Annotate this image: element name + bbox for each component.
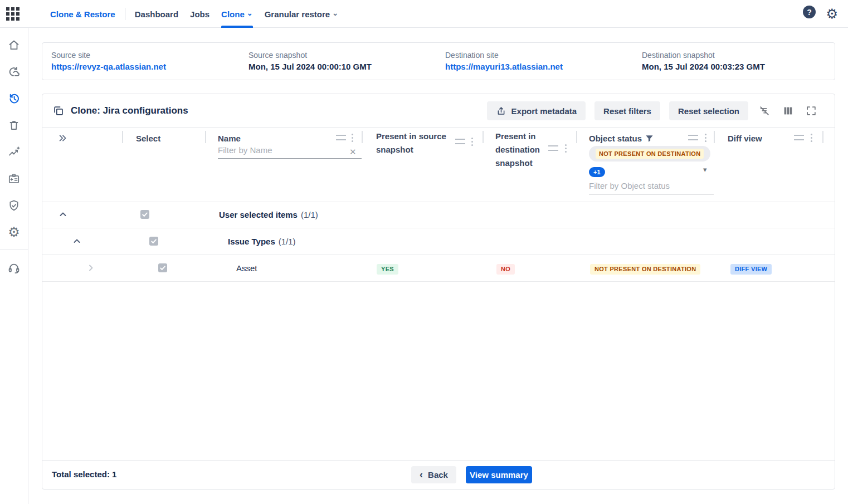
check-icon bbox=[142, 211, 148, 218]
export-icon bbox=[496, 106, 506, 116]
columns-view-icon[interactable] bbox=[781, 104, 795, 118]
app-switcher-icon[interactable] bbox=[6, 7, 20, 21]
copy-icon bbox=[52, 105, 65, 117]
clone-restore-icon[interactable] bbox=[7, 65, 21, 79]
reset-filters-button[interactable]: Reset filters bbox=[594, 101, 660, 120]
fullscreen-icon[interactable] bbox=[804, 104, 818, 118]
object-status-filter-input[interactable] bbox=[589, 179, 714, 194]
sidebar-divider bbox=[0, 249, 28, 249]
clear-filter-icon[interactable]: ✕ bbox=[349, 147, 357, 157]
chevron-left-icon: ‹ bbox=[420, 469, 423, 479]
check-icon bbox=[150, 238, 157, 244]
row-checkbox[interactable] bbox=[149, 237, 158, 246]
destination-snapshot-label: Destination snapshot bbox=[642, 51, 715, 60]
panel-actions: Export metadata Reset filters Reset sele… bbox=[487, 101, 818, 120]
column-present-source: Present in source snapshot bbox=[376, 130, 451, 156]
source-site-label: Source site bbox=[51, 51, 90, 60]
source-snapshot-label: Source snapshot bbox=[248, 51, 307, 60]
panel-header: Clone: Jira configurations Export metada… bbox=[42, 94, 835, 128]
main-nav: Clone & Restore Dashboard Jobs Clone ⌄ G… bbox=[50, 0, 350, 28]
app-screen: ⚙ Clone & Restore Dashboard Jobs Clone ⌄ bbox=[0, 0, 848, 504]
column-present-destination: Present in destination snapshot bbox=[495, 130, 545, 170]
collapse-chevron-icon[interactable] bbox=[58, 209, 68, 219]
view-summary-button[interactable]: View summary bbox=[466, 466, 532, 483]
collapse-chevron-icon[interactable] bbox=[72, 236, 82, 246]
chevron-down-icon: ⌄ bbox=[247, 9, 253, 17]
top-navigation-bar: Clone & Restore Dashboard Jobs Clone ⌄ G… bbox=[0, 0, 848, 28]
column-menu-icon[interactable] bbox=[471, 141, 473, 143]
diff-view-link[interactable]: DIFF VIEW bbox=[730, 264, 772, 275]
column-menu-icon[interactable] bbox=[352, 137, 353, 139]
column-menu-icon[interactable] bbox=[811, 137, 812, 139]
history-icon[interactable] bbox=[7, 91, 21, 106]
filter-off-icon[interactable] bbox=[757, 104, 772, 118]
column-resize-handle[interactable] bbox=[548, 145, 558, 151]
dropdown-caret-icon[interactable]: ▾ bbox=[703, 165, 707, 174]
object-status-filter-chip[interactable]: NOT PRESENT ON DESTINATION bbox=[589, 146, 710, 162]
export-metadata-button[interactable]: Export metadata bbox=[487, 101, 586, 120]
column-divider bbox=[362, 131, 363, 143]
panel-title: Clone: Jira configurations bbox=[52, 94, 188, 128]
app-title-link[interactable]: Clone & Restore bbox=[50, 9, 115, 19]
row-item-asset: Asset bbox=[236, 263, 257, 273]
support-icon[interactable] bbox=[7, 261, 21, 275]
shield-check-icon[interactable] bbox=[7, 198, 21, 213]
row-divider bbox=[42, 202, 835, 202]
more-filters-badge[interactable]: +1 bbox=[589, 167, 605, 177]
back-button[interactable]: ‹ Back bbox=[411, 466, 456, 483]
filter-funnel-icon bbox=[645, 134, 654, 143]
nav-clone[interactable]: Clone ⌄ bbox=[221, 0, 253, 28]
nav-dashboard[interactable]: Dashboard bbox=[135, 0, 178, 28]
help-icon[interactable]: ? bbox=[803, 6, 816, 18]
column-resize-handle[interactable] bbox=[336, 135, 346, 140]
clone-configurations-panel: Clone: Jira configurations Export metada… bbox=[42, 94, 835, 490]
home-icon[interactable] bbox=[7, 38, 21, 52]
check-icon bbox=[159, 265, 166, 271]
total-selected-value: 1 bbox=[112, 469, 116, 479]
column-resize-handle[interactable] bbox=[688, 135, 698, 140]
column-select: Select bbox=[136, 132, 160, 145]
object-status-badge: NOT PRESENT ON DESTINATION bbox=[590, 264, 700, 275]
nav-divider bbox=[125, 8, 125, 20]
column-divider bbox=[714, 131, 715, 143]
column-divider bbox=[122, 131, 123, 143]
row-checkbox[interactable] bbox=[158, 263, 167, 272]
total-selected: Total selected: 1 bbox=[52, 469, 116, 479]
row-group-issue-types: Issue Types(1/1) bbox=[228, 237, 296, 246]
present-in-destination-badge: NO bbox=[496, 264, 515, 275]
expand-all-icon[interactable] bbox=[57, 133, 69, 144]
column-divider bbox=[822, 131, 823, 143]
row-checkbox[interactable] bbox=[140, 210, 149, 219]
nav-jobs[interactable]: Jobs bbox=[190, 0, 209, 28]
row-divider bbox=[42, 255, 835, 255]
column-divider bbox=[483, 131, 484, 143]
destination-site-label: Destination site bbox=[445, 51, 499, 60]
source-snapshot-value: Mon, 15 Jul 2024 00:00:10 GMT bbox=[248, 62, 372, 71]
chevron-down-icon: ⌄ bbox=[332, 9, 338, 17]
reset-selection-button[interactable]: Reset selection bbox=[669, 101, 748, 120]
column-resize-handle[interactable] bbox=[794, 135, 804, 140]
row-divider bbox=[42, 228, 835, 228]
panel-footer: Total selected: 1 ‹ Back View summary bbox=[42, 460, 835, 489]
id-badge-icon[interactable] bbox=[7, 172, 21, 186]
trash-icon[interactable] bbox=[7, 118, 21, 133]
settings-gear-icon[interactable]: ⚙ bbox=[826, 4, 838, 24]
sidebar: ⚙ bbox=[0, 0, 28, 504]
gear-glyph: ⚙ bbox=[8, 226, 20, 239]
column-object-status: Object status bbox=[589, 132, 654, 145]
column-menu-icon[interactable] bbox=[705, 137, 706, 139]
source-site-link[interactable]: https://revyz-qa.atlassian.net bbox=[51, 62, 166, 71]
settings-icon[interactable]: ⚙ bbox=[7, 225, 21, 239]
nav-granular-restore[interactable]: Granular restore ⌄ bbox=[265, 0, 338, 28]
destination-site-link[interactable]: https://mayuri13.atlassian.net bbox=[445, 62, 563, 71]
present-in-source-badge: YES bbox=[377, 264, 398, 275]
analytics-icon[interactable] bbox=[7, 145, 21, 159]
column-resize-handle[interactable] bbox=[455, 139, 465, 144]
column-diff-view: Diff view bbox=[728, 132, 762, 145]
column-divider bbox=[576, 131, 577, 143]
name-filter-input[interactable] bbox=[218, 143, 362, 159]
column-menu-icon[interactable] bbox=[565, 148, 567, 149]
column-divider bbox=[205, 131, 206, 143]
row-group-user-selected: User selected items(1/1) bbox=[219, 210, 318, 219]
expand-chevron-icon[interactable] bbox=[86, 263, 96, 273]
